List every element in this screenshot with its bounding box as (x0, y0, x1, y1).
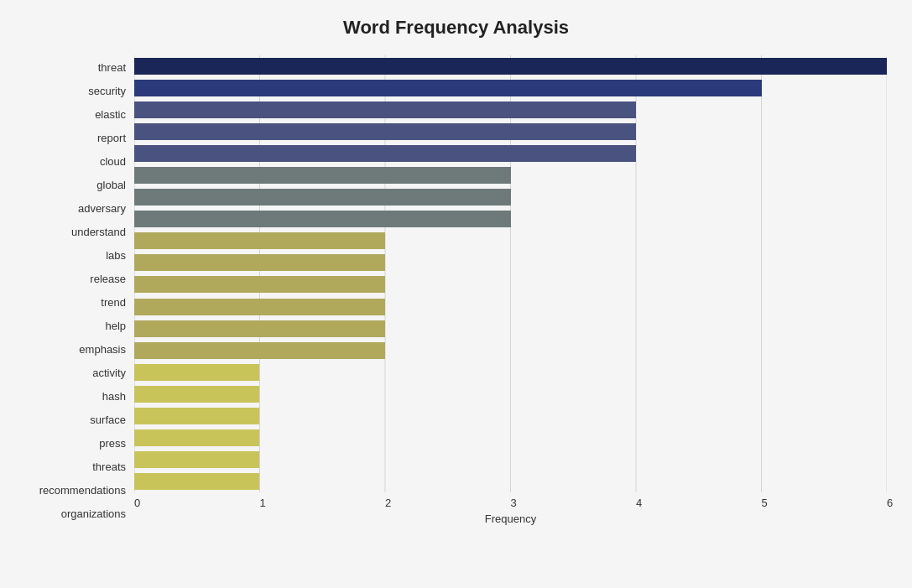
y-label-organizations: organizations (61, 503, 126, 525)
y-label-understand: understand (71, 221, 126, 242)
bar-hash (134, 364, 259, 381)
bars-section (134, 55, 887, 492)
bar-row-threats (134, 427, 887, 449)
y-axis: threatsecurityelasticreportcloudglobalad… (25, 55, 134, 526)
plot-area: 0123456 Frequency (134, 55, 887, 526)
y-label-hash: hash (102, 386, 126, 408)
y-label-adversary: adversary (78, 197, 126, 219)
y-label-global: global (96, 174, 126, 195)
bar-row-global (134, 164, 887, 186)
bar-global (134, 167, 511, 184)
bar-press (134, 408, 259, 424)
x-axis-label: Frequency (134, 513, 887, 525)
x-axis: 0123456 Frequency (134, 492, 887, 526)
bar-threat (134, 58, 887, 75)
bar-row-understand (134, 208, 887, 230)
bar-row-report (134, 121, 887, 143)
y-label-elastic: elastic (95, 103, 126, 125)
bar-row-labs (134, 230, 887, 252)
bar-labs (134, 232, 385, 249)
bar-adversary (134, 189, 511, 206)
y-label-labs: labs (106, 244, 126, 266)
y-label-trend: trend (101, 291, 126, 313)
y-label-threat: threat (98, 56, 126, 78)
bar-security (134, 80, 762, 96)
y-label-recommendations: recommendations (39, 480, 126, 502)
bar-report (134, 123, 636, 140)
bar-help (134, 299, 385, 315)
bar-row-activity (134, 340, 887, 362)
bar-recommendations (134, 451, 259, 468)
bar-row-emphasis (134, 318, 887, 340)
bar-row-cloud (134, 143, 887, 164)
bar-trend (134, 276, 385, 293)
bar-row-surface (134, 383, 887, 405)
bar-release (134, 254, 385, 271)
bar-elastic (134, 101, 636, 118)
y-label-emphasis: emphasis (79, 339, 126, 361)
bar-surface (134, 386, 259, 403)
bar-row-elastic (134, 99, 887, 121)
y-label-security: security (88, 80, 126, 101)
y-label-report: report (97, 127, 126, 148)
y-label-help: help (105, 315, 126, 337)
bar-row-trend (134, 273, 887, 295)
chart-title: Word Frequency Analysis (25, 17, 887, 39)
bar-understand (134, 211, 511, 227)
bar-row-threat (134, 55, 887, 77)
chart-area: threatsecurityelasticreportcloudglobalad… (25, 55, 887, 526)
bar-row-recommendations (134, 449, 887, 471)
bar-emphasis (134, 320, 385, 337)
y-label-release: release (90, 268, 126, 289)
bar-organizations (134, 473, 259, 490)
x-ticks: 0123456 (134, 492, 887, 509)
bar-threats (134, 429, 259, 446)
bar-row-security (134, 77, 887, 99)
bar-row-adversary (134, 186, 887, 208)
y-label-cloud: cloud (100, 150, 126, 172)
bar-row-help (134, 296, 887, 318)
y-label-activity: activity (92, 362, 126, 384)
y-label-press: press (99, 433, 126, 455)
bar-activity (134, 342, 385, 359)
bar-row-release (134, 252, 887, 273)
bar-row-hash (134, 362, 887, 383)
bar-row-organizations (134, 471, 887, 492)
chart-container: Word Frequency Analysis threatsecurityel… (0, 0, 912, 588)
bar-cloud (134, 145, 636, 162)
y-label-surface: surface (90, 409, 126, 431)
y-label-threats: threats (92, 456, 126, 478)
bar-row-press (134, 405, 887, 427)
